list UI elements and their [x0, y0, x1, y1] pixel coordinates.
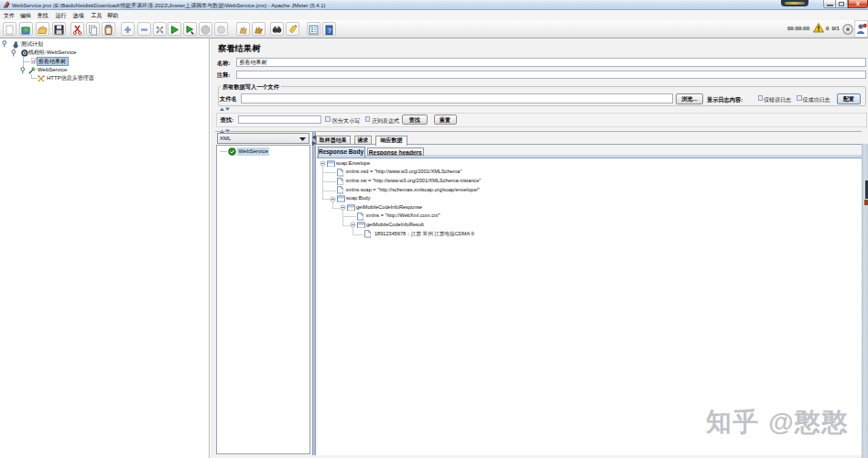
svg-text:?: ? — [328, 27, 332, 35]
